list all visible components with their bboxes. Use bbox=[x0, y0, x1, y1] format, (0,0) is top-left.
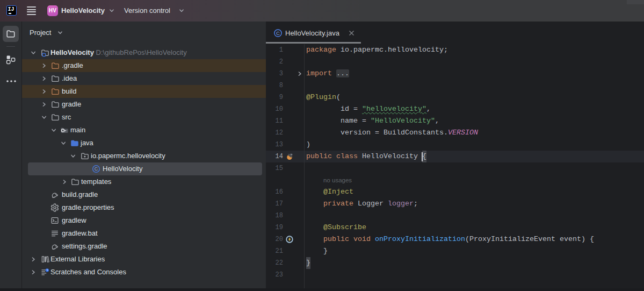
svg-text:C: C bbox=[95, 166, 98, 172]
svg-text:C: C bbox=[276, 30, 280, 36]
